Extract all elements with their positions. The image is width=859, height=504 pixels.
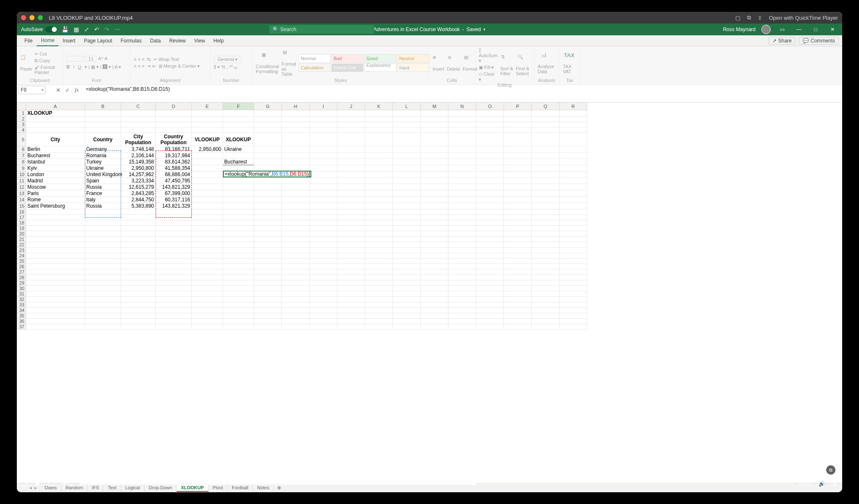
cell-Q6[interactable]	[532, 146, 559, 153]
cell-J13[interactable]	[337, 190, 365, 197]
select-all-corner[interactable]	[17, 103, 26, 110]
cell-E29[interactable]	[192, 280, 223, 286]
cell-J23[interactable]	[337, 248, 365, 253]
cell-R33[interactable]	[559, 302, 587, 308]
cell-L10[interactable]	[393, 172, 421, 178]
cell-D20[interactable]	[156, 231, 192, 237]
cell-N11[interactable]	[448, 178, 476, 184]
cell-P32[interactable]	[504, 297, 532, 302]
row-header-31[interactable]: 31	[17, 291, 26, 297]
cell-I32[interactable]	[310, 297, 337, 302]
cell-I13[interactable]	[310, 190, 337, 197]
cell-Q10[interactable]	[532, 172, 559, 178]
cell-G28[interactable]	[254, 275, 282, 280]
cell-L20[interactable]	[393, 231, 421, 237]
col-header-M[interactable]: M	[421, 103, 448, 110]
cell-O16[interactable]	[476, 209, 504, 215]
cell-H1[interactable]	[282, 110, 310, 116]
cell-G1[interactable]	[254, 110, 282, 116]
cell-R15[interactable]	[559, 203, 587, 209]
cell-G36[interactable]	[254, 319, 282, 324]
cell-D22[interactable]	[156, 242, 192, 248]
cell-I17[interactable]	[310, 215, 337, 220]
cell-D3[interactable]	[156, 122, 192, 127]
cell-B12[interactable]: Russia	[85, 184, 121, 190]
cell-L19[interactable]	[393, 226, 421, 231]
cell-M14[interactable]	[421, 197, 448, 203]
cell-J3[interactable]	[337, 122, 365, 127]
cell-B14[interactable]: Italy	[85, 197, 121, 203]
cell-G31[interactable]	[254, 291, 282, 297]
cell-L14[interactable]	[393, 197, 421, 203]
cell-J19[interactable]	[337, 226, 365, 231]
cell-M24[interactable]	[421, 253, 448, 259]
cell-I28[interactable]	[310, 275, 337, 280]
cell-A24[interactable]	[26, 253, 85, 259]
cell-I2[interactable]	[310, 116, 337, 122]
cell-P12[interactable]	[504, 184, 532, 190]
row-header-27[interactable]: 27	[17, 269, 26, 275]
cell-P36[interactable]	[504, 319, 532, 324]
clear-button[interactable]: ◇ Clear ▾	[479, 71, 498, 82]
cell-R30[interactable]	[559, 286, 587, 291]
cell-H4[interactable]	[282, 127, 310, 133]
cell-N29[interactable]	[448, 280, 476, 286]
cell-E17[interactable]	[192, 215, 223, 220]
cell-B15[interactable]: Russia	[85, 203, 121, 209]
cell-K31[interactable]	[365, 291, 393, 297]
cell-O7[interactable]	[476, 153, 504, 159]
cell-K9[interactable]	[365, 165, 393, 172]
cell-N5[interactable]	[448, 133, 476, 146]
style-calculation[interactable]: Calculation	[299, 63, 331, 72]
cell-A30[interactable]	[26, 286, 85, 291]
col-header-R[interactable]: R	[559, 103, 587, 110]
cell-C7[interactable]: 2,106,144	[121, 153, 156, 159]
cell-R36[interactable]	[559, 319, 587, 324]
cell-E6[interactable]: 2,950,800	[192, 146, 223, 153]
cell-N32[interactable]	[448, 297, 476, 302]
cell-G12[interactable]	[254, 184, 282, 190]
row-header-19[interactable]: 19	[17, 226, 26, 231]
cell-D28[interactable]	[156, 275, 192, 280]
forward-15-button[interactable]	[47, 480, 55, 488]
cell-K36[interactable]	[365, 319, 393, 324]
cell-E8[interactable]	[192, 159, 223, 165]
cell-F20[interactable]	[223, 231, 254, 237]
cell-I12[interactable]	[310, 184, 337, 190]
cell-D24[interactable]	[156, 253, 192, 259]
cell-C24[interactable]	[121, 253, 156, 259]
confirm-edit-button[interactable]: ✓	[63, 86, 72, 94]
cell-J35[interactable]	[337, 313, 365, 319]
cell-Q34[interactable]	[532, 308, 559, 313]
cell-O4[interactable]	[476, 127, 504, 133]
cell-L1[interactable]	[393, 110, 421, 116]
insert-function-button[interactable]: fx	[72, 86, 82, 94]
cell-B30[interactable]	[85, 286, 121, 291]
cell-H15[interactable]	[282, 203, 310, 209]
row-header-8[interactable]: 8	[17, 159, 26, 165]
cell-G27[interactable]	[254, 269, 282, 275]
cell-D1[interactable]	[156, 110, 192, 116]
minimize-icon[interactable]: —	[793, 25, 804, 34]
cell-D36[interactable]	[156, 319, 192, 324]
cell-K12[interactable]	[365, 184, 393, 190]
cell-J31[interactable]	[337, 291, 365, 297]
maximize-icon[interactable]: □	[810, 25, 821, 34]
cell-J30[interactable]	[337, 286, 365, 291]
cell-F31[interactable]	[223, 291, 254, 297]
cell-N6[interactable]	[448, 146, 476, 153]
cell-M10[interactable]	[421, 172, 448, 178]
ribbon-mode-icon[interactable]: ▭	[777, 25, 787, 34]
cell-B18[interactable]	[85, 220, 121, 226]
cell-H33[interactable]	[282, 302, 310, 308]
cell-F33[interactable]	[223, 302, 254, 308]
cell-I36[interactable]	[310, 319, 337, 324]
cell-E30[interactable]	[192, 286, 223, 291]
cell-R16[interactable]	[559, 209, 587, 215]
cell-R34[interactable]	[559, 308, 587, 313]
cell-F25[interactable]	[223, 259, 254, 264]
cell-P10[interactable]	[504, 172, 532, 178]
cell-P1[interactable]	[504, 110, 532, 116]
style-good[interactable]: Good	[364, 54, 396, 63]
cell-M26[interactable]	[421, 264, 448, 269]
